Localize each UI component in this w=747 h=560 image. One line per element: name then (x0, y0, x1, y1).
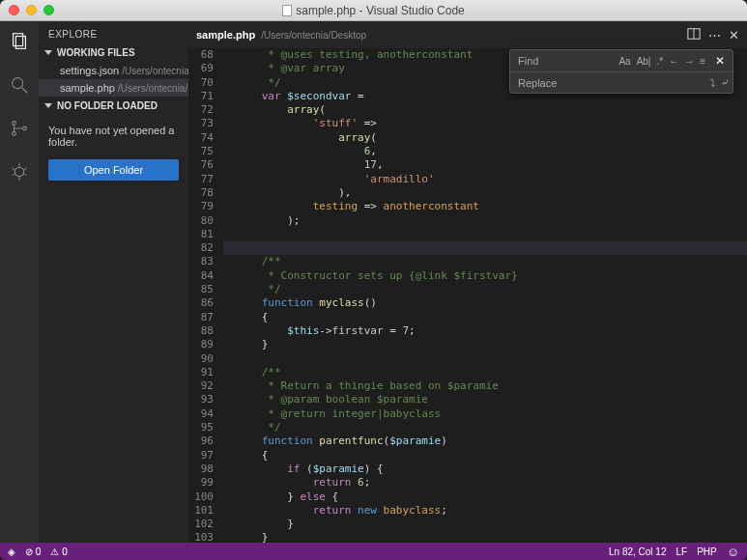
editor-group: sample.php /Users/ontecnia/Desktop ⋯ ✕ 6… (188, 21, 747, 543)
match-word-toggle[interactable]: Ab| (637, 56, 651, 67)
working-files-section[interactable]: WORKING FILES (39, 43, 188, 62)
errors-count[interactable]: ⊘ 0 (25, 546, 41, 557)
replace-one-icon[interactable]: ⤵ (710, 77, 715, 88)
svg-line-11 (24, 168, 27, 170)
replace-all-icon[interactable]: ⤶ (721, 77, 729, 88)
cursor-position[interactable]: Ln 82, Col 12 (609, 546, 667, 557)
svg-rect-0 (14, 34, 23, 46)
tab-filename[interactable]: sample.php (196, 29, 255, 41)
close-editor-icon[interactable]: ✕ (729, 28, 739, 42)
working-file-item[interactable]: sample.php /Users/ontecnia/... (39, 79, 188, 97)
svg-point-5 (13, 132, 16, 136)
git-icon[interactable] (9, 118, 30, 142)
explorer-header: EXPLORE (39, 21, 188, 43)
window-title: sample.php - Visual Studio Code (0, 4, 747, 17)
next-match-icon[interactable]: → (684, 56, 694, 67)
explorer-sidebar: EXPLORE WORKING FILES settings.json /Use… (39, 21, 188, 543)
title-bar: sample.php - Visual Studio Code (0, 0, 747, 21)
svg-point-4 (13, 122, 16, 126)
no-folder-message: You have not yet opened a folder. (39, 115, 188, 155)
more-actions-icon[interactable]: ⋯ (708, 28, 721, 42)
remote-indicator[interactable]: ◈ (8, 546, 15, 557)
svg-line-12 (13, 174, 15, 176)
svg-line-3 (22, 88, 28, 94)
warnings-count[interactable]: ⚠ 0 (50, 546, 67, 557)
line-number-gutter: 6869707172737475767778798081828384858687… (188, 48, 223, 543)
svg-rect-1 (15, 37, 25, 49)
close-find-icon[interactable]: ✕ (711, 54, 729, 68)
debug-icon[interactable] (9, 161, 30, 185)
find-input[interactable]: Find (514, 55, 618, 67)
document-icon (282, 5, 292, 16)
replace-input[interactable]: Replace (514, 77, 710, 89)
activity-bar (0, 21, 39, 543)
code-editor[interactable]: 6869707172737475767778798081828384858687… (188, 48, 747, 543)
svg-line-10 (13, 168, 15, 170)
svg-point-7 (14, 167, 23, 176)
match-case-toggle[interactable]: Aa (618, 56, 630, 67)
no-folder-section[interactable]: NO FOLDER LOADED (39, 97, 188, 115)
regex-toggle[interactable]: .* (656, 56, 663, 67)
status-bar: ◈ ⊘ 0 ⚠ 0 Ln 82, Col 12 LF PHP ☺ (0, 543, 747, 560)
tab-path: /Users/ontecnia/Desktop (261, 30, 366, 41)
editor-tab-bar: sample.php /Users/ontecnia/Desktop ⋯ ✕ (188, 21, 747, 48)
select-all-matches-icon[interactable]: ≡ (700, 56, 705, 67)
working-file-item[interactable]: settings.json /Users/ontecnia/... (39, 62, 188, 79)
split-editor-icon[interactable] (687, 27, 701, 43)
feedback-icon[interactable]: ☺ (727, 545, 739, 559)
code-lines[interactable]: * @uses testing, anotherconstant * @var … (223, 48, 747, 543)
svg-point-2 (13, 78, 23, 89)
eol-indicator[interactable]: LF (675, 546, 687, 557)
search-icon[interactable] (9, 74, 30, 98)
find-replace-widget[interactable]: Find Aa Ab| .* ← → ≡ ✕ Replace ⤵ ⤶ (509, 49, 733, 94)
svg-point-6 (23, 126, 27, 130)
language-mode[interactable]: PHP (697, 546, 717, 557)
open-folder-button[interactable]: Open Folder (48, 159, 179, 181)
svg-line-13 (24, 174, 27, 176)
explorer-icon[interactable] (9, 31, 30, 55)
prev-match-icon[interactable]: ← (669, 56, 678, 67)
